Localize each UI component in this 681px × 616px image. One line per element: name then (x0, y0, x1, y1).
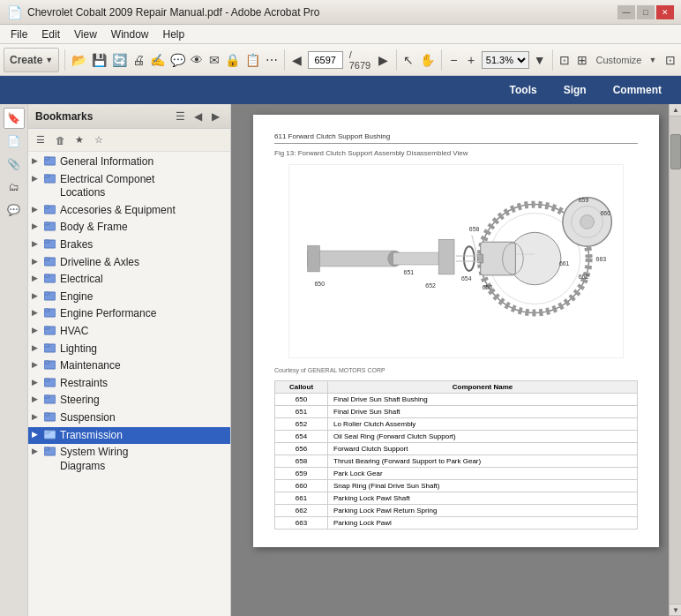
sign-button[interactable]: Sign (551, 80, 599, 100)
bookmark-item-accessories[interactable]: ▶Accesories & Equipment (28, 202, 230, 220)
svg-text:662: 662 (579, 274, 589, 280)
scrollbar-thumb[interactable] (670, 134, 681, 169)
bookmark-label: Suspension (60, 411, 227, 425)
svg-text:661: 661 (559, 260, 570, 267)
layers-rail-button[interactable]: 🗂 (4, 177, 25, 198)
bookmark-label: HVAC (60, 325, 227, 339)
zoom-select[interactable]: 51.3% 25% 50% 75% 100% 150% (482, 51, 529, 69)
more-button[interactable]: ⋯ (265, 48, 279, 72)
folder-icon (44, 411, 56, 424)
minimize-button[interactable]: — (617, 5, 635, 19)
bookmark-label: Transmission (60, 429, 227, 443)
open-button[interactable]: 📂 (71, 48, 87, 72)
table-row: 652Lo Roller Clutch Assembly (275, 418, 638, 431)
bookmark-options-button[interactable]: ☰ (172, 109, 188, 124)
bookmark-item-steering[interactable]: ▶Steering (28, 392, 230, 409)
close-button[interactable]: ✕ (656, 5, 674, 19)
bookmark-expand-right-button[interactable]: ▶ (207, 109, 223, 124)
bookmark-label: Lighting (60, 342, 227, 357)
menu-file[interactable]: File (4, 26, 34, 42)
table-row: 656Forward Clutch Support (275, 443, 638, 455)
expand-icon: ▶ (32, 205, 44, 215)
svg-rect-9 (44, 240, 49, 243)
review-button[interactable]: 👁 (190, 48, 204, 72)
tools-button[interactable]: Tools (498, 80, 550, 100)
menu-view[interactable]: View (67, 26, 104, 42)
bookmark-item-transmission[interactable]: ▶Transmission (28, 427, 230, 445)
create-button[interactable]: Create ▼ (4, 48, 59, 72)
bookmark-item-general-info[interactable]: ▶General Information (28, 154, 230, 171)
bookmark-item-engine[interactable]: ▶Engine (28, 289, 230, 306)
bookmark-item-maintenance[interactable]: ▶Maintenance (28, 357, 230, 375)
right-scrollbar[interactable]: ▲ ▼ (669, 104, 681, 616)
bookmark-label: Body & Frame (60, 221, 227, 235)
customize-expand-button[interactable]: ⊡ (663, 48, 677, 72)
svg-rect-15 (44, 292, 49, 295)
menu-edit[interactable]: Edit (34, 26, 67, 42)
bookmark-item-lighting[interactable]: ▶Lighting (28, 341, 230, 358)
sync-button[interactable]: 🔄 (111, 48, 128, 72)
comment-button[interactable]: 💬 (169, 48, 186, 72)
folder-icon (44, 238, 56, 252)
pdf-figure-caption: Fig 13: Forward Clutch Support Assembly … (274, 149, 638, 157)
bookmark-new-button[interactable]: ☆ (90, 131, 108, 149)
save-button[interactable]: 💾 (91, 48, 108, 72)
bookmark-item-restraints[interactable]: ▶Restraints (28, 375, 230, 393)
menu-window[interactable]: Window (104, 26, 156, 42)
forms-button[interactable]: 📋 (244, 48, 261, 72)
title-bar: 📄 Chevrolet Cobalt 2009 Repair Manual.pd… (0, 0, 681, 25)
bookmark-item-suspension[interactable]: ▶Suspension (28, 409, 230, 427)
table-cell-component: Parking Lock Pawl Shaft (328, 492, 638, 505)
pdf-area[interactable]: 611 Forward Clutch Support Bushing Fig 1… (231, 104, 681, 616)
folder-icon (44, 342, 56, 356)
bookmark-item-hvac[interactable]: ▶HVAC (28, 323, 230, 341)
next-page-button[interactable]: ▶ (377, 48, 391, 72)
bookmark-item-electrical-components[interactable]: ▶Electrical Componet Locations (28, 171, 230, 202)
bookmark-add-button[interactable]: ★ (71, 131, 88, 149)
bookmark-item-driveline[interactable]: ▶Driveline & Axles (28, 254, 230, 272)
attachments-rail-button[interactable]: 📎 (4, 154, 25, 175)
prev-page-button[interactable]: ◀ (290, 48, 304, 72)
table-cell-callout: 650 (275, 394, 328, 406)
expand-icon: ▶ (32, 430, 44, 440)
bookmark-collapse-left-button[interactable]: ◀ (190, 109, 206, 124)
zoom-dropdown-button[interactable]: ▼ (533, 48, 547, 72)
hand-tool-button[interactable]: ✋ (419, 48, 436, 72)
fit-width-button[interactable]: ⊞ (575, 48, 589, 72)
svg-rect-40 (438, 239, 454, 274)
bookmark-menu-button[interactable]: ☰ (32, 131, 49, 149)
folder-icon (44, 307, 56, 320)
main-toolbar: Create ▼ 📂 💾 🔄 🖨 ✍ 💬 👁 ✉ 🔒 📋 ⋯ ◀ 6597 / … (0, 44, 681, 76)
scroll-up-button[interactable]: ▲ (670, 104, 681, 116)
customize-dropdown-icon: ▼ (649, 56, 657, 64)
bookmark-item-brakes[interactable]: ▶Brakes (28, 237, 230, 254)
bookmark-item-engine-performance[interactable]: ▶Engine Performance (28, 305, 230, 323)
fit-page-button[interactable]: ⊡ (558, 48, 572, 72)
scroll-down-button[interactable]: ▼ (670, 604, 681, 616)
comments-rail-button[interactable]: 💬 (4, 199, 25, 221)
secure-button[interactable]: 🔒 (224, 48, 241, 72)
select-tool-button[interactable]: ↖ (401, 48, 415, 72)
svg-rect-23 (44, 361, 49, 364)
bookmark-label: Accesories & Equipment (60, 204, 227, 218)
print-button[interactable]: 🖨 (131, 48, 146, 72)
pdf-scroll[interactable]: 611 Forward Clutch Support Bushing Fig 1… (231, 104, 681, 616)
folder-icon (44, 394, 56, 407)
page-number-input[interactable]: 6597 (308, 51, 343, 69)
signature-button[interactable]: ✍ (149, 48, 166, 72)
email-button[interactable]: ✉ (207, 48, 221, 72)
bookmark-delete-button[interactable]: 🗑 (51, 131, 69, 149)
bookmark-item-electrical[interactable]: ▶Electrical (28, 271, 230, 289)
bookmark-item-system-wiring[interactable]: ▶System Wiring Diagrams (28, 444, 230, 475)
menu-help[interactable]: Help (156, 26, 192, 42)
zoom-out-button[interactable]: − (447, 48, 461, 72)
pages-rail-button[interactable]: 📄 (4, 131, 25, 152)
table-row: 659Park Lock Gear (275, 468, 638, 480)
bookmarks-rail-button[interactable]: 🔖 (4, 108, 25, 129)
expand-icon: ▶ (32, 222, 44, 232)
bookmark-item-body-frame[interactable]: ▶Body & Frame (28, 219, 230, 237)
maximize-button[interactable]: □ (637, 5, 655, 19)
table-cell-component: Final Drive Sun Shaft Bushing (328, 394, 638, 406)
zoom-in-button[interactable]: + (464, 48, 478, 72)
comment-nav-button[interactable]: Comment (601, 80, 674, 100)
